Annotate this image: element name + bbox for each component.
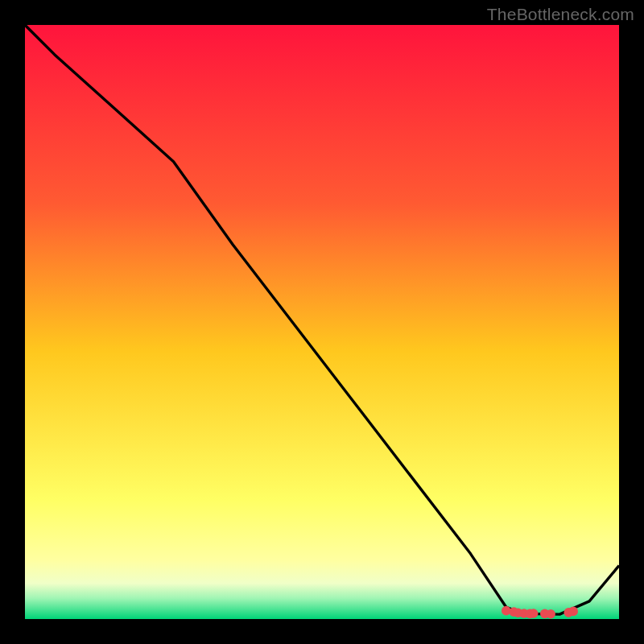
marker-dot: [568, 607, 578, 617]
gradient-rect: [25, 25, 619, 619]
marker-dot: [546, 609, 555, 619]
watermark-text: TheBottleneck.com: [487, 5, 634, 24]
plot-frame: [25, 25, 619, 619]
marker-dot: [529, 609, 539, 618]
chart-svg: [25, 25, 619, 619]
